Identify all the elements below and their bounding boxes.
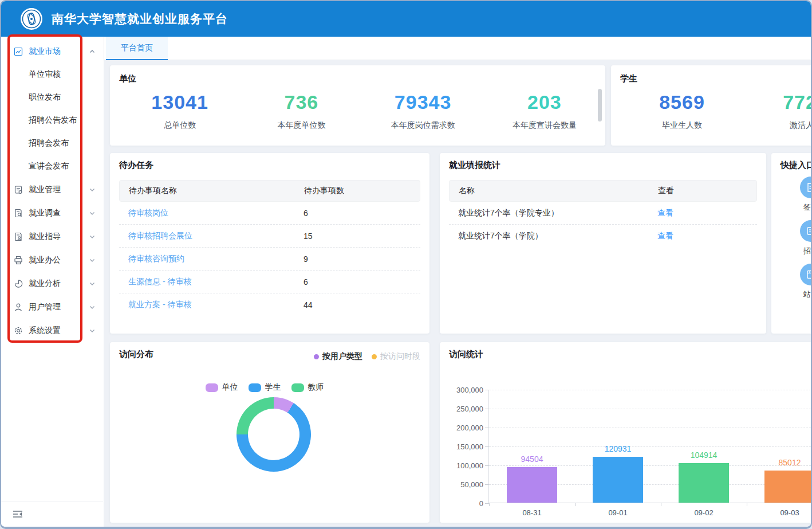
chevron-down-icon: [89, 280, 96, 287]
todo-panel: 待办任务 待办事项名称 待办事项数 待审核岗位 6 待审核招聘会展位 15 待审…: [110, 153, 429, 334]
column-header: 待办事项数: [295, 186, 420, 196]
pie-chart-icon: [14, 279, 23, 288]
table-row: 就业统计7个率（学院专业） 查看: [449, 202, 757, 225]
todo-count: 44: [294, 300, 420, 309]
stat-value: 79343: [362, 91, 484, 113]
unit-stats-card: 单位 13041 总单位数 736 本年度单位数 79343 本年度岗位需求数 …: [110, 65, 605, 146]
bar-09-02: [679, 463, 729, 503]
sidebar-item-employment-analysis[interactable]: 就业分析: [1, 272, 104, 295]
sidebar-footer: [1, 501, 103, 527]
y-axis-tick-label: 150,000: [437, 442, 483, 451]
toggle-by-user-type[interactable]: 按用户类型: [314, 351, 362, 362]
todo-link[interactable]: 生源信息 - 待审核: [119, 277, 294, 287]
page-title: 南华大学智慧就业创业服务平台: [52, 11, 228, 27]
x-axis-tick-label: 09-02: [661, 508, 747, 517]
sidebar-subitem-unit-review[interactable]: 单位审核: [1, 63, 104, 86]
todo-link[interactable]: 待审核岗位: [119, 208, 294, 218]
sidebar-subitem-info-session-publish[interactable]: 宣讲会发布: [1, 155, 104, 178]
legend-swatch-icon: [206, 383, 218, 392]
quick-entry-contract[interactable]: 签约: [793, 177, 811, 213]
todo-link[interactable]: 就业方案 - 待审核: [119, 300, 294, 310]
visit-distribution-panel: 访问分布 按用户类型 按访问时段 单位 学生: [110, 342, 429, 523]
doc-user-icon: [14, 232, 23, 241]
chevron-down-icon: [89, 257, 96, 264]
stat-label: 总单位数: [119, 120, 241, 131]
sidebar-item-employment-survey[interactable]: 就业调查: [1, 201, 104, 225]
legend-label: 学生: [265, 382, 281, 393]
todo-count: 6: [294, 277, 420, 287]
line-chart-icon: [14, 47, 23, 56]
site-icon: [800, 264, 811, 285]
report-name: 就业统计7个率（学院专业）: [449, 208, 648, 218]
sidebar-item-employment-market[interactable]: 就业市场: [1, 40, 104, 63]
sidebar-item-employment-guidance[interactable]: 就业指导: [1, 225, 104, 248]
bar-value-label: 104914: [661, 450, 747, 460]
chart-mode-toggle: 按用户类型 按访问时段: [314, 351, 420, 362]
chevron-down-icon: [89, 186, 96, 193]
bar-08-31: [507, 467, 557, 503]
table-header: 待办事项名称 待办事项数: [119, 180, 420, 202]
contract-icon: [800, 177, 811, 198]
card-title: 单位: [119, 73, 605, 84]
stat-value: 203: [484, 91, 605, 113]
quick-entry-label: 签约: [793, 202, 811, 213]
quick-entry-panel: 快捷入口 签约 招聘 站点: [771, 153, 811, 334]
legend-item-student[interactable]: 学生: [249, 382, 281, 393]
gear-icon: [14, 326, 23, 335]
table-row: 待审核岗位 6: [119, 202, 420, 225]
sidebar-item-employment-management[interactable]: 就业管理: [1, 178, 104, 201]
view-link[interactable]: 查看: [648, 231, 757, 241]
toggle-by-time-period[interactable]: 按访问时段: [372, 351, 420, 362]
toggle-label: 按访问时段: [380, 351, 420, 362]
sidebar-submenu: 单位审核 职位发布 招聘公告发布 招聘会发布 宣讲会发布: [1, 63, 104, 178]
bar-value-label: 85012: [747, 458, 811, 467]
doc-search-icon: [14, 209, 23, 218]
legend-label: 单位: [222, 382, 238, 393]
sidebar-item-employment-office[interactable]: 就业办公: [1, 248, 104, 272]
chevron-down-icon: [89, 304, 96, 311]
table-row: 待审核咨询预约 9: [119, 248, 420, 271]
quick-entry-label: 招聘: [793, 246, 811, 256]
todo-table: 待办事项名称 待办事项数 待审核岗位 6 待审核招聘会展位 15 待审核咨询预约…: [119, 180, 420, 316]
panel-title: 访问统计: [449, 349, 811, 360]
stat-value: 8569: [620, 91, 744, 113]
sidebar-subitem-recruit-notice-publish[interactable]: 招聘公告发布: [1, 109, 104, 132]
sidebar-item-label: 就业指导: [29, 232, 89, 242]
legend-item-unit[interactable]: 单位: [206, 382, 238, 393]
sidebar-subitem-job-publish[interactable]: 职位发布: [1, 86, 104, 109]
recruit-icon: [800, 220, 811, 242]
sidebar-item-user-management[interactable]: 用户管理: [1, 295, 104, 319]
menu-collapse-icon[interactable]: [13, 510, 23, 518]
panel-title: 就业填报统计: [449, 160, 757, 171]
printer-icon: [14, 256, 23, 265]
sidebar-item-label: 就业办公: [29, 255, 89, 265]
panel-title: 待办任务: [119, 160, 420, 171]
report-table: 名称 查看 就业统计7个率（学院专业） 查看 就业统计7个率（学院） 查看: [449, 180, 757, 248]
sidebar-item-system-settings[interactable]: 系统设置: [1, 319, 104, 342]
sidebar-item-label: 就业管理: [29, 185, 89, 195]
y-axis-tick-label: 0: [437, 499, 483, 508]
sidebar: 就业市场 单位审核 职位发布 招聘公告发布 招聘会发布 宣讲会发布 就业管理: [1, 37, 104, 527]
app-header: 南华大学智慧就业创业服务平台: [1, 1, 811, 37]
column-header: 名称: [450, 186, 649, 196]
quick-entry-recruit[interactable]: 招聘: [793, 220, 811, 256]
table-row: 待审核招聘会展位 15: [119, 225, 420, 248]
column-header: 待办事项名称: [120, 186, 295, 196]
x-axis-tick-label: 09-01: [575, 508, 661, 517]
stat-graduates: 8569 毕业生人数: [620, 91, 744, 131]
university-logo-icon: [21, 8, 42, 30]
quick-entry-site[interactable]: 站点: [793, 264, 811, 300]
todo-link[interactable]: 待审核招聘会展位: [119, 231, 294, 241]
sidebar-subitem-job-fair-publish[interactable]: 招聘会发布: [1, 132, 104, 155]
legend-item-teacher[interactable]: 教师: [291, 382, 324, 393]
view-link[interactable]: 查看: [648, 208, 757, 218]
column-header: 查看: [649, 186, 756, 196]
scrollbar-thumb[interactable]: [598, 89, 602, 122]
todo-count: 6: [294, 209, 420, 218]
todo-link[interactable]: 待审核咨询预约: [119, 254, 294, 264]
stat-job-demand-this-year: 79343 本年度岗位需求数: [362, 91, 484, 131]
sidebar-item-label: 就业市场: [29, 46, 89, 57]
tab-platform-home[interactable]: 平台首页: [106, 37, 168, 60]
card-title: 学生: [620, 73, 811, 84]
user-icon: [14, 303, 23, 312]
